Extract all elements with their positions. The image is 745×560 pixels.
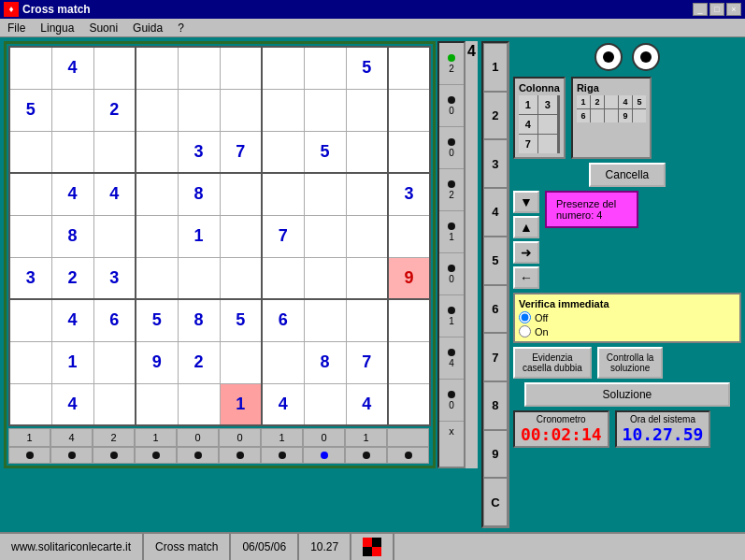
selector-btn-7[interactable]: 7 bbox=[483, 333, 508, 381]
arrow-right-button[interactable]: ➜ bbox=[513, 241, 539, 264]
grid-cell[interactable] bbox=[388, 215, 430, 257]
grid-cell[interactable]: 4 bbox=[51, 47, 93, 89]
grid-cell[interactable]: 8 bbox=[178, 173, 220, 215]
grid-cell[interactable]: 4 bbox=[93, 173, 136, 215]
num-btn[interactable]: 2 bbox=[439, 169, 464, 211]
grid-cell[interactable] bbox=[262, 173, 304, 215]
grid-cell[interactable]: 7 bbox=[346, 341, 388, 383]
menu-suoni[interactable]: Suoni bbox=[85, 20, 122, 36]
grid-cell[interactable]: 5 bbox=[304, 131, 346, 173]
grid-cell[interactable]: 8 bbox=[178, 299, 220, 341]
selector-btn-1[interactable]: 1 bbox=[483, 43, 508, 92]
selector-btn-5[interactable]: 5 bbox=[483, 237, 508, 285]
grid-cell[interactable]: 3 bbox=[388, 173, 430, 215]
grid-cell[interactable]: 4 bbox=[51, 383, 93, 425]
grid-cell[interactable]: 9 bbox=[388, 257, 430, 299]
grid-cell[interactable]: 2 bbox=[178, 341, 220, 383]
grid-cell[interactable] bbox=[51, 89, 93, 131]
off-radio-row[interactable]: Off bbox=[519, 311, 736, 323]
grid-cell[interactable]: 5 bbox=[136, 299, 178, 341]
grid-cell[interactable] bbox=[9, 215, 51, 257]
arrow-up-button[interactable]: ▲ bbox=[513, 216, 539, 238]
num-btn[interactable]: 1 bbox=[439, 295, 464, 337]
grid-cell[interactable] bbox=[346, 89, 388, 131]
selector-column[interactable]: 123456789C bbox=[481, 41, 509, 528]
grid-cell[interactable] bbox=[304, 299, 346, 341]
grid-cell[interactable] bbox=[262, 257, 304, 299]
grid-cell[interactable] bbox=[9, 173, 51, 215]
grid-cell[interactable] bbox=[93, 383, 136, 425]
grid-cell[interactable] bbox=[346, 173, 388, 215]
grid-cell[interactable] bbox=[346, 131, 388, 173]
grid-cell[interactable]: 9 bbox=[136, 341, 178, 383]
grid-cell[interactable] bbox=[136, 173, 178, 215]
grid-cell[interactable]: 3 bbox=[9, 257, 51, 299]
grid-cell[interactable]: 5 bbox=[346, 47, 388, 89]
num-btn[interactable]: 2 bbox=[439, 43, 464, 85]
soluzione-button[interactable]: Soluzione bbox=[524, 382, 730, 407]
grid-cell[interactable] bbox=[136, 215, 178, 257]
selector-btn-3[interactable]: 3 bbox=[483, 139, 508, 188]
off-radio[interactable] bbox=[519, 311, 531, 323]
grid-cell[interactable] bbox=[93, 47, 136, 89]
grid-cell[interactable] bbox=[9, 47, 51, 89]
grid-cell[interactable]: 4 bbox=[346, 383, 388, 425]
grid-cell[interactable]: 3 bbox=[178, 131, 220, 173]
num-btn[interactable]: 0 bbox=[439, 85, 464, 127]
grid-cell[interactable]: 2 bbox=[51, 257, 93, 299]
minimize-button[interactable]: _ bbox=[693, 3, 708, 16]
close-button[interactable]: × bbox=[726, 3, 741, 16]
grid-cell[interactable] bbox=[262, 47, 304, 89]
grid-cell[interactable] bbox=[136, 131, 178, 173]
selector-btn-4[interactable]: 4 bbox=[483, 188, 508, 237]
grid-cell[interactable] bbox=[262, 341, 304, 383]
grid-cell[interactable]: 7 bbox=[262, 215, 304, 257]
grid-cell[interactable] bbox=[178, 47, 220, 89]
grid-cell[interactable] bbox=[304, 383, 346, 425]
menu-guida[interactable]: Guida bbox=[129, 20, 166, 36]
grid-cell[interactable] bbox=[346, 215, 388, 257]
grid-cell[interactable] bbox=[93, 215, 136, 257]
sudoku-grid[interactable]: 455237544838173239465856192874144 142100… bbox=[4, 41, 436, 468]
grid-cell[interactable] bbox=[388, 89, 430, 131]
grid-cell[interactable] bbox=[346, 257, 388, 299]
grid-cell[interactable]: 8 bbox=[51, 215, 93, 257]
num-btn[interactable]: 1 bbox=[439, 211, 464, 253]
grid-cell[interactable] bbox=[304, 47, 346, 89]
grid-cell[interactable]: 5 bbox=[9, 89, 51, 131]
grid-cell[interactable]: 7 bbox=[220, 131, 262, 173]
grid-cell[interactable] bbox=[220, 257, 262, 299]
arrow-left-button[interactable]: ← bbox=[513, 266, 539, 289]
grid-cell[interactable] bbox=[136, 47, 178, 89]
grid-cell[interactable] bbox=[220, 173, 262, 215]
selector-btn-2[interactable]: 2 bbox=[483, 92, 508, 140]
on-radio[interactable] bbox=[519, 325, 531, 337]
grid-cell[interactable] bbox=[9, 299, 51, 341]
menu-lingua[interactable]: Lingua bbox=[36, 20, 78, 36]
grid-cell[interactable] bbox=[304, 257, 346, 299]
grid-cell[interactable] bbox=[178, 383, 220, 425]
grid-cell[interactable] bbox=[9, 341, 51, 383]
grid-cell[interactable] bbox=[388, 383, 430, 425]
grid-cell[interactable] bbox=[388, 131, 430, 173]
grid-cell[interactable] bbox=[136, 383, 178, 425]
num-btn[interactable]: 0 bbox=[439, 127, 464, 169]
grid-cell[interactable] bbox=[262, 131, 304, 173]
grid-cell[interactable] bbox=[388, 341, 430, 383]
grid-cell[interactable]: 4 bbox=[262, 383, 304, 425]
grid-cell[interactable] bbox=[136, 257, 178, 299]
grid-cell[interactable] bbox=[388, 299, 430, 341]
grid-cell[interactable] bbox=[304, 215, 346, 257]
grid-cell[interactable] bbox=[304, 89, 346, 131]
selector-btn-C[interactable]: C bbox=[483, 478, 508, 526]
evidenzia-button[interactable]: Evidenzia casella dubbia bbox=[513, 347, 592, 379]
grid-cell[interactable] bbox=[304, 173, 346, 215]
grid-cell[interactable] bbox=[93, 341, 136, 383]
grid-cell[interactable]: 8 bbox=[304, 341, 346, 383]
grid-cell[interactable] bbox=[220, 215, 262, 257]
selector-btn-9[interactable]: 9 bbox=[483, 430, 508, 479]
grid-cell[interactable] bbox=[220, 341, 262, 383]
grid-cell[interactable]: 1 bbox=[178, 215, 220, 257]
num-btn[interactable]: 0 bbox=[439, 253, 464, 295]
grid-cell[interactable] bbox=[51, 131, 93, 173]
